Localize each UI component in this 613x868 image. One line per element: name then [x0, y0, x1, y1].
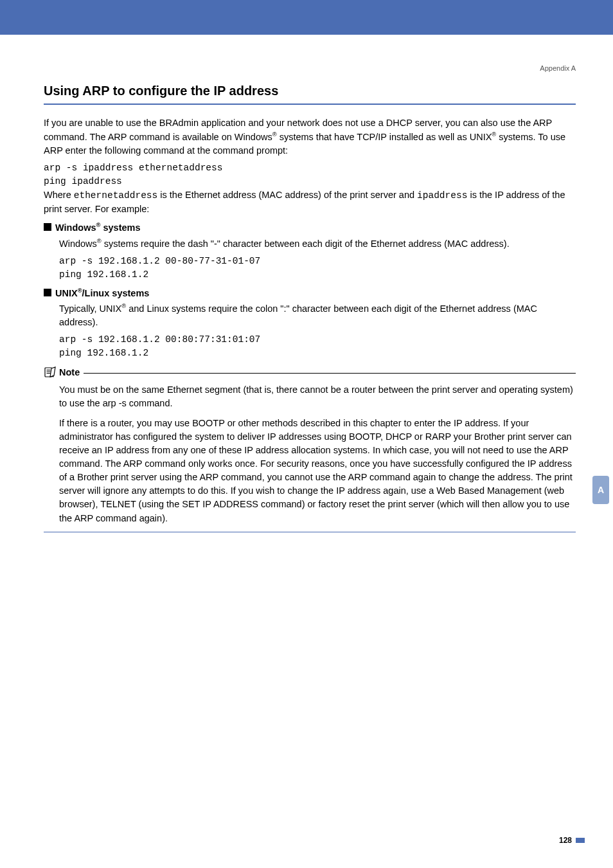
note-header-line [84, 373, 576, 374]
bullet-unix-label: UNIX®/Linux systems [55, 287, 149, 298]
appendix-side-tab[interactable]: A [592, 476, 609, 504]
bullet-windows-label: Windows® systems [55, 221, 141, 233]
intro-cmd-1: arp -s ipaddress ethernetaddress [44, 161, 576, 175]
unix-cmd-1: arp -s 192.168.1.2 00:80:77:31:01:07 [59, 333, 576, 347]
unix-label-b: /Linux systems [82, 287, 150, 298]
note-label: Note [59, 367, 80, 377]
intro-p1b: systems that have TCP/IP installed as we… [277, 132, 492, 142]
note-icon [44, 366, 57, 378]
bullet-windows: Windows® systems [44, 221, 576, 233]
bullet-icon [44, 289, 51, 296]
reg-mark: ® [97, 237, 102, 244]
note-end-line [44, 532, 576, 532]
note-paragraph-1: You must be on the same Ethernet segment… [59, 383, 576, 410]
windows-label-b: systems [100, 222, 140, 233]
unix-cmd-2: ping 192.168.1.2 [59, 347, 576, 360]
windows-cmd-1: arp -s 192.168.1.2 00-80-77-31-01-07 [59, 255, 576, 268]
unix-label-a: UNIX [55, 287, 78, 298]
unix-body: Typically, UNIX® and Linux systems requi… [59, 302, 576, 329]
intro-cmd-2: ping ipaddress [44, 175, 576, 188]
header-banner [0, 0, 613, 35]
intro-p2code2: ipaddress [417, 190, 467, 201]
bullet-icon [44, 223, 51, 231]
note-header: Note [44, 366, 576, 378]
windows-block: Windows® systems require the dash "-" ch… [59, 237, 576, 282]
reg-mark: ® [272, 131, 277, 138]
page-content: Appendix A Using ARP to configure the IP… [0, 64, 613, 532]
windows-label-a: Windows [55, 222, 96, 233]
reg-mark: ® [78, 287, 82, 294]
windows-cmd-2: ping 192.168.1.2 [59, 268, 576, 282]
appendix-label: Appendix A [44, 64, 576, 72]
intro-paragraph-1: If you are unable to use the BRAdmin app… [44, 116, 576, 158]
windows-body-a: Windows [59, 239, 97, 249]
unix-body-a: Typically, UNIX [59, 303, 121, 314]
bullet-unix: UNIX®/Linux systems [44, 287, 576, 298]
page-number: 128 [559, 836, 572, 845]
intro-p2code1: ethernetaddress [74, 190, 158, 201]
note-paragraph-2: If there is a router, you may use BOOTP … [59, 417, 576, 525]
intro-p2b: is the Ethernet address (MAC address) of… [157, 190, 417, 200]
windows-body: Windows® systems require the dash "-" ch… [59, 237, 576, 251]
intro-p2a: Where [44, 190, 74, 200]
footer-accent-bar [576, 838, 585, 843]
side-tab-label: A [598, 485, 604, 495]
windows-body-b: systems require the dash "-" character b… [102, 239, 510, 249]
section-heading: Using ARP to configure the IP address [44, 84, 576, 105]
unix-body-b: and Linux systems require the colon ":" … [59, 303, 537, 327]
intro-paragraph-2: Where ethernetaddress is the Ethernet ad… [44, 188, 576, 216]
page-footer: 128 [559, 836, 585, 845]
unix-block: Typically, UNIX® and Linux systems requi… [59, 302, 576, 360]
